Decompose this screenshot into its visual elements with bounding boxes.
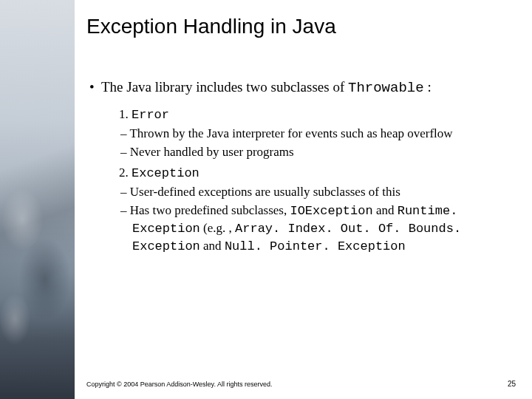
copyright-text: Copyright © 2004 Pearson Addison-Wesley.… xyxy=(86,381,272,388)
dash-2-2-text-d: and xyxy=(200,239,225,253)
dash-2-1-text: User-defined exceptions are usually subc… xyxy=(130,185,400,199)
main-bullet-code: Throwable xyxy=(348,80,424,96)
num-2-label: 2. xyxy=(119,166,132,180)
slide-content: Exception Handling in Java The Java libr… xyxy=(75,0,532,399)
numbered-item-1: 1. Error xyxy=(86,106,511,124)
numbered-item-2: 2. Exception xyxy=(86,164,511,183)
dash-item-2-2: Has two predefined subclasses, IOExcepti… xyxy=(86,202,511,256)
dash-2-2-text-a: Has two predefined subclasses, xyxy=(130,203,290,217)
main-bullet-text-prefix: The Java library includes two subclasses… xyxy=(101,79,348,95)
dash-2-2-code1: IOException xyxy=(290,204,372,218)
dash-2-2-code4: Null. Pointer. Exception xyxy=(225,239,406,253)
num-1-label: 1. xyxy=(119,107,132,121)
dash-item-1-2: Never handled by user programs xyxy=(86,144,511,161)
dash-item-2-1: User-defined exceptions are usually subc… xyxy=(86,184,511,201)
dash-2-2-text-b: and xyxy=(373,203,398,217)
main-bullet: The Java library includes two subclasses… xyxy=(86,78,511,97)
dash-item-1-1: Thrown by the Java interpreter for event… xyxy=(86,126,511,143)
dash-1-1-text: Thrown by the Java interpreter for event… xyxy=(129,126,452,140)
dash-1-2-text: Never handled by user programs xyxy=(130,145,294,159)
num-2-code: Exception xyxy=(132,166,200,180)
main-bullet-text-suffix: : xyxy=(424,79,432,95)
background-mountain-image xyxy=(0,0,75,399)
dash-2-2-text-c: (e.g. , xyxy=(200,221,235,235)
slide-title: Exception Handling in Java xyxy=(86,15,511,38)
num-1-code: Error xyxy=(132,108,169,122)
page-number: 25 xyxy=(508,380,516,388)
